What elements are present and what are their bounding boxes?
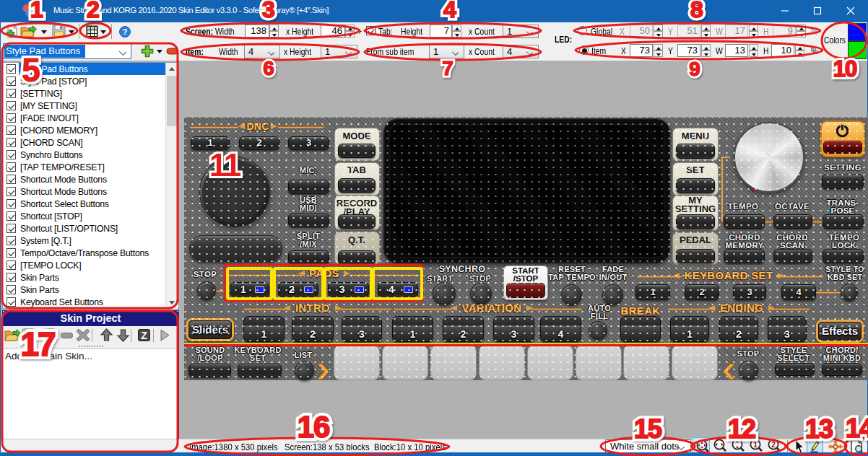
svg-text:2: 2 xyxy=(771,441,776,449)
svg-text:?: ? xyxy=(123,27,128,36)
svg-text:1: 1 xyxy=(753,441,758,449)
svg-text:Z: Z xyxy=(141,330,147,341)
